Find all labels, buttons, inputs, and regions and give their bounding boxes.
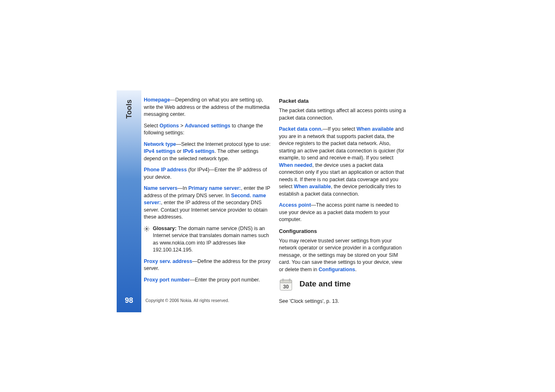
- svg-line-6: [147, 227, 149, 228]
- content-area: Homepage—Depending on what you are setti…: [144, 97, 407, 309]
- tip-icon: [144, 226, 150, 232]
- when-available-1: When available: [357, 126, 394, 132]
- advanced-label: Advanced settings: [185, 123, 230, 129]
- proxy-addr-para: Proxy serv. address—Define the address f…: [144, 258, 272, 272]
- date-time-heading: Date and time: [299, 279, 351, 290]
- ns-text1: —In: [177, 185, 188, 191]
- ipv6-label: IPv6 settings: [183, 148, 214, 154]
- proxy-addr-label: Proxy serv. address: [144, 258, 192, 264]
- page-number: 98: [125, 296, 133, 305]
- access-point-label: Access point: [279, 202, 311, 208]
- config-label: Configurations: [319, 267, 355, 272]
- glossary-label: Glossary:: [153, 226, 177, 231]
- homepage-para: Homepage—Depending on what you are setti…: [144, 97, 272, 118]
- when-needed: When needed: [279, 162, 312, 168]
- right-column: Packet data The packet data settings aff…: [279, 97, 407, 309]
- glossary-block: Glossary: The domain name service (DNS) …: [144, 225, 272, 254]
- calendar-number: 30: [283, 284, 289, 290]
- network-type-label: Network type: [144, 141, 176, 147]
- date-time-row: 30 Date and time: [279, 277, 407, 292]
- packet-data-heading: Packet data: [279, 97, 407, 105]
- packet-intro: The packet data settings affect all acce…: [279, 107, 407, 122]
- svg-rect-12: [289, 279, 290, 281]
- proxy-port-text: —Enter the proxy port number.: [190, 277, 260, 283]
- phone-ip-label: Phone IP address: [144, 167, 187, 173]
- see-clock: See 'Clock settings', p. 13.: [279, 298, 407, 305]
- gt-sep: >: [179, 123, 184, 129]
- calendar-icon: 30: [279, 277, 294, 292]
- name-servers-label: Name servers: [144, 185, 177, 191]
- svg-point-8: [146, 228, 147, 229]
- glossary-text-wrap: Glossary: The domain name service (DNS) …: [153, 225, 272, 254]
- config-heading: Configurations: [279, 228, 407, 235]
- network-type-text1: —Select the Internet protocol type to us…: [176, 141, 271, 147]
- copyright-footer: Copyright © 2006 Nokia. All rights reser…: [145, 298, 229, 303]
- homepage-label: Homepage: [144, 97, 170, 103]
- name-servers-para: Name servers—In Primary name server:, en…: [144, 185, 272, 221]
- pdc-text1: —If you select: [322, 126, 357, 132]
- svg-line-5: [147, 230, 149, 231]
- sidebar: Tools 98: [117, 90, 141, 312]
- config-para: You may receive trusted server settings …: [279, 238, 407, 274]
- svg-line-7: [145, 230, 146, 231]
- config-period: .: [355, 267, 356, 272]
- select-para: Select Options > Advanced settings to ch…: [144, 122, 272, 137]
- select-prefix: Select: [144, 123, 159, 129]
- proxy-port-para: Proxy port number—Enter the proxy port n…: [144, 277, 272, 284]
- phone-ip-para: Phone IP address (for IPv4)—Enter the IP…: [144, 166, 272, 181]
- ns-text3: , enter the IP address of the secondary …: [144, 200, 267, 220]
- network-type-para: Network type—Select the Internet protoco…: [144, 141, 272, 163]
- access-point-para: Access point—The access point name is ne…: [279, 202, 407, 224]
- svg-line-4: [145, 227, 146, 228]
- when-available-2: When available: [294, 184, 331, 189]
- primary-label: Primary name server:: [188, 185, 241, 191]
- proxy-port-label: Proxy port number: [144, 277, 190, 283]
- options-label: Options: [159, 123, 179, 129]
- left-column: Homepage—Depending on what you are setti…: [144, 97, 272, 309]
- section-label: Tools: [125, 99, 134, 119]
- svg-rect-11: [282, 279, 284, 281]
- pdc-para: Packet data conn.—If you select When ava…: [279, 126, 407, 198]
- ipv4-label: IPv4 settings: [144, 148, 175, 154]
- or-text: or: [175, 148, 183, 154]
- pdc-label: Packet data conn.: [279, 126, 322, 132]
